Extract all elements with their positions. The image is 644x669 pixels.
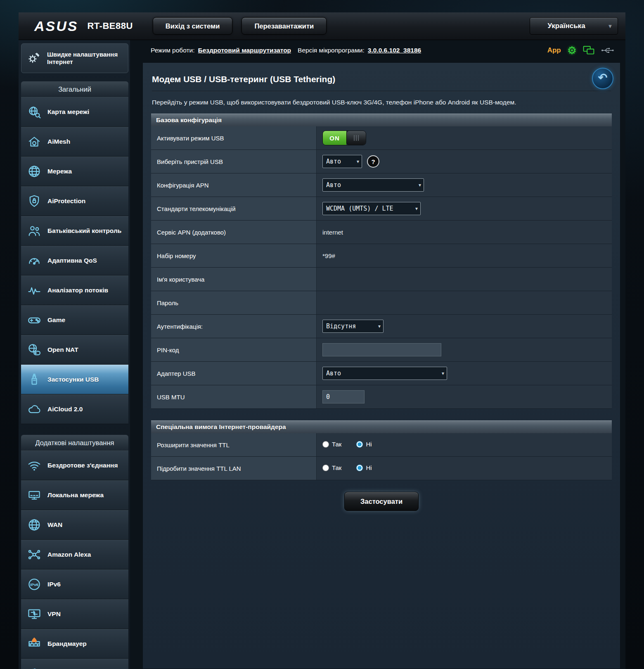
sidebar-item-wireless[interactable]: Бездротове з'єднання [21,451,128,480]
sidebar-item-label: AiProtection [47,197,85,205]
settings-row-dial-number: Набір номеру*99# [151,244,612,268]
radio-no[interactable] [356,441,363,448]
setting-label: Набір номеру [151,244,317,268]
sidebar-item-label: Карта мережі [47,108,89,116]
radio-option-label: Ні [366,464,372,471]
sidebar-item-traffic-analyzer[interactable]: Аналізатор потоків [21,275,128,305]
spoof-ttl-lan-option-no[interactable]: Ні [356,464,372,471]
sidebar-item-quick-internet-setup[interactable]: Швидке налаштування Інтернет [21,43,128,73]
setting-value-cell: internet [317,221,612,244]
infobar: Режим роботи: Бездротовий маршрутизатор … [130,40,625,61]
quick-setup-icon [25,49,43,67]
gear-icon[interactable]: ⚙ [567,45,577,56]
toggle-on-label: ON [323,131,346,145]
sidebar-item-parental-control[interactable]: Батьківський контроль [21,216,128,246]
sidebar-item-open-nat[interactable]: Open NAT [21,335,128,365]
extend-ttl-option-no[interactable]: Ні [356,441,372,448]
settings-row-usb-mtu: USB MTU [151,385,612,409]
authentication-select[interactable]: Відсутня [322,320,384,333]
usb-mtu-input[interactable] [322,390,365,403]
sidebar-item-aicloud[interactable]: AiCloud 2.0 [21,394,128,424]
toggle-knob-icon [346,131,366,145]
setting-label: Пароль [151,291,317,315]
sidebar-item-label: Застосунки USB [47,376,99,383]
sidebar-item-network-map[interactable]: Карта мережі [21,97,128,127]
qos-gauge-icon [25,251,43,270]
radio-yes[interactable] [322,441,329,448]
reboot-button[interactable]: Перезавантажити [242,17,327,35]
radio-option-label: Ні [366,441,372,448]
usb-adapter-select-wrap: Авто▾ [322,367,447,380]
apn-config-select[interactable]: Авто [322,178,424,192]
traffic-analyzer-icon [25,281,43,299]
setting-value-cell: Авто▾? [317,150,612,173]
usb-status-icon[interactable] [601,46,615,55]
sidebar-item-label: Open NAT [47,346,78,353]
firewall-icon [25,635,43,653]
logout-button[interactable]: Вихід з системи [153,17,233,35]
usb-adapter-select[interactable]: Авто [322,367,447,380]
network-icon [25,162,43,180]
settings-row-spoof-ttl-lan: Підробити значення TTL LANТакНі [151,457,612,480]
sidebar-item-firewall[interactable]: Брандмауер [21,629,128,659]
aimesh-icon [25,133,43,151]
setting-value-cell: ON [317,126,612,150]
usb-icon [25,370,43,389]
sidebar-item-amazon-alexa[interactable]: Amazon Alexa [21,540,128,569]
operation-mode-link[interactable]: Бездротовий маршрутизатор [198,47,291,54]
sidebar-item-wan[interactable]: WAN [21,510,128,540]
basic-settings-table: Активувати режим USBONВиберіть пристрій … [151,126,612,409]
language-selector[interactable]: Українська ▼ [530,17,618,35]
content-panel: ↶ Модем USB / USB-тетеринг (USB Tetherin… [142,62,620,669]
sidebar-item-network[interactable]: Мережа [21,157,128,186]
radio-option-label: Так [332,441,341,448]
sidebar-item-game[interactable]: Game [21,305,128,335]
body-row: Швидке налаштування Інтернет ЗагальнийКа… [19,40,625,669]
usb-mode-toggle[interactable]: ON [322,130,366,145]
sidebar-section-title: Загальний [21,81,128,97]
sidebar-item-vpn[interactable]: VPN [21,599,128,629]
sidebar-item-label: Бездротове з'єднання [47,462,118,469]
help-icon[interactable]: ? [367,155,379,168]
sidebar-item-label: Батьківський контроль [47,227,121,235]
settings-row-password: Пароль [151,291,612,315]
firmware-version-link[interactable]: 3.0.0.6.102_38186 [368,47,421,54]
ipv6-icon: IPv6 [25,575,43,593]
sidebar-item-usb-apps[interactable]: Застосунки USB [21,365,128,394]
spoof-ttl-lan-option-yes[interactable]: Так [322,464,341,471]
sidebar-item-lan[interactable]: Локальна мережа [21,480,128,510]
setting-value-cell [317,385,612,409]
settings-row-usb-device: Виберіть пристрій USBАвто▾? [151,150,612,173]
back-button[interactable]: ↶ [592,68,613,89]
telecom-standard-select[interactable]: WCDMA (UMTS) / LTE [322,202,421,215]
sidebar-item-label: IPv6 [47,581,61,588]
sidebar-item-label: AiMesh [47,138,70,145]
usb-device-select[interactable]: Авто [322,155,362,168]
language-label: Українська [530,22,603,30]
sidebar-item-label: AiCloud 2.0 [47,406,83,413]
sidebar-item-administration[interactable]: Адміністрування [21,659,128,669]
shield-icon [25,192,43,210]
apply-button[interactable]: Застосувати [344,492,419,511]
pin-code-input[interactable] [322,343,441,356]
cloud-icon [25,400,43,418]
settings-row-pin-code: PIN-код [151,338,612,362]
sidebar-item-ipv6[interactable]: IPv6IPv6 [21,569,128,599]
gamepad-icon [25,311,43,329]
settings-row-apn-service: Сервіс APN (додатково)internet [151,221,612,244]
radio-yes[interactable] [322,465,329,471]
sidebar-item-aimesh[interactable]: AiMesh [21,127,128,157]
sidebar-item-label: Аналізатор потоків [47,287,108,294]
sidebar-item-aiprotection[interactable]: AiProtection [21,186,128,216]
back-arrow-icon: ↶ [598,71,608,84]
settings-row-authentication: Аутентифікація:Відсутня▾ [151,315,612,338]
section-header-basic-config: Базова конфігурація [151,114,612,126]
settings-row-apn-config: Конфігурація APNАвто▾ [151,173,612,197]
svg-text:IPv6: IPv6 [30,582,39,587]
sidebar-item-adaptive-qos[interactable]: Адаптивна QoS [21,246,128,275]
vpn-icon [25,605,43,623]
radio-no[interactable] [356,465,363,471]
screen-share-icon[interactable] [583,45,594,55]
isp-settings-table: Розширити значення TTLТакНіПідробити зна… [151,433,612,480]
extend-ttl-option-yes[interactable]: Так [322,441,341,448]
